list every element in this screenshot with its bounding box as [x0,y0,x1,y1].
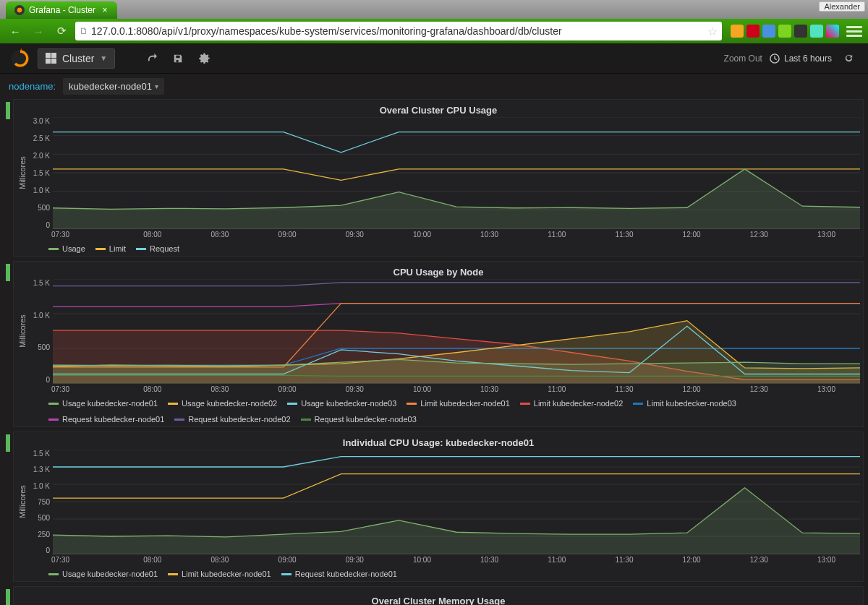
legend-item[interactable]: Limit [95,244,126,253]
x-axis-ticks: 07:3008:0008:3009:0009:3010:0010:3011:00… [51,554,860,567]
ext-icon-6[interactable] [810,25,823,38]
legend-item[interactable]: Limit kubedecker-node02 [520,399,624,408]
reload-button[interactable]: ⟳ [52,22,71,40]
legend-label: Limit kubedecker-node02 [534,399,624,408]
legend-label: Limit kubedecker-node03 [647,399,736,408]
y-axis-ticks: 1.5 K1.3 K1.0 K7505002500 [28,450,53,554]
legend: Usage kubedecker-node01Usage kubedecker-… [17,396,860,425]
legend-label: Request kubedecker-node01 [295,570,397,578]
panel-cpu-overall: Overal Cluster CPU Usage Millicores 3.0 … [13,99,864,257]
url-bar[interactable]: 🗋 ☆ [75,22,722,40]
ext-icon-7[interactable] [826,25,839,38]
y-axis-label: Millicores [17,279,28,384]
clock-icon [770,53,780,64]
grafana-logo-icon[interactable] [10,48,30,69]
chart-area[interactable]: Millicores 1.5 K1.0 K5000 [17,279,860,384]
y-axis-label: Millicores [17,117,28,229]
legend-item[interactable]: Request kubedecker-node02 [174,415,290,424]
legend-swatch [174,419,184,421]
legend-label: Usage kubedecker-node01 [62,399,158,408]
legend-swatch [48,403,59,405]
row-handle[interactable] [6,102,10,119]
browser-tab[interactable]: Grafana - Cluster × [6,1,117,19]
legend-item[interactable]: Request [136,244,179,253]
panel-memory-overall: Overal Cluster Memory Usage [13,586,864,605]
browser-chrome: Grafana - Cluster × Alexander ← → ⟳ 🗋 ☆ [0,0,868,43]
panel-cpu-by-node: CPU Usage by Node Millicores 1.5 K1.0 K5… [13,261,864,427]
legend-item[interactable]: Request kubedecker-node03 [301,415,417,424]
chart-area[interactable]: Millicores 1.5 K1.3 K1.0 K7505002500 [17,450,860,554]
back-button[interactable]: ← [6,22,25,40]
legend-item[interactable]: Usage kubedecker-node02 [168,399,277,408]
dashboard-name: Cluster [62,53,94,64]
legend-swatch [633,403,643,405]
legend-item[interactable]: Limit kubedecker-node01 [168,570,271,578]
legend-swatch [287,403,297,405]
legend-label: Usage kubedecker-node03 [301,399,396,408]
time-range-picker[interactable]: Last 6 hours [770,53,832,64]
ext-icon-2[interactable] [746,25,760,38]
legend-swatch [48,573,59,575]
legend-swatch [168,403,178,405]
row-handle[interactable] [6,589,10,605]
legend-item[interactable]: Usage kubedecker-node01 [48,399,158,408]
template-var-row: nodename: kubedecker-node01 ▾ [0,74,868,99]
panel-title[interactable]: Overal Cluster CPU Usage [17,103,860,117]
forward-button[interactable]: → [29,22,48,40]
row-handle[interactable] [6,434,10,452]
svg-marker-9 [53,169,860,228]
legend-swatch [48,419,59,421]
tab-close-icon[interactable]: × [100,5,110,15]
legend-swatch [95,248,106,250]
legend: UsageLimitRequest [17,241,860,254]
ext-icon-1[interactable] [731,25,744,38]
refresh-button[interactable] [839,49,858,68]
panel-title[interactable]: Overal Cluster Memory Usage [17,590,860,605]
legend-swatch [301,419,311,421]
panel-title[interactable]: Individual CPU Usage: kubedecker-node01 [17,435,860,450]
plot[interactable] [53,117,860,229]
plot[interactable] [53,450,860,554]
chart-area[interactable]: Millicores 3.0 K2.5 K2.0 K1.5 K1.0 K5000 [17,117,860,229]
legend-item[interactable]: Limit kubedecker-node03 [633,399,736,408]
save-button[interactable] [169,49,187,68]
extension-icons [731,25,839,38]
svg-marker-24 [53,488,860,554]
legend-label: Request kubedecker-node03 [315,415,417,424]
legend-item[interactable]: Usage [48,244,85,253]
bookmark-icon[interactable]: ☆ [707,25,718,38]
ext-icon-5[interactable] [794,25,807,38]
url-input[interactable] [91,25,705,37]
settings-button[interactable] [195,49,213,68]
legend-item[interactable]: Request kubedecker-node01 [48,415,164,424]
dashboard-body: Overal Cluster CPU Usage Millicores 3.0 … [0,99,868,605]
legend-item[interactable]: Limit kubedecker-node01 [407,399,510,408]
legend-label: Request [150,244,179,253]
favicon [14,5,25,15]
x-axis-ticks: 07:3008:0008:3009:0009:3010:0010:3011:00… [51,229,860,241]
legend-item[interactable]: Request kubedecker-node01 [281,570,397,578]
x-axis-ticks: 07:3008:0008:3009:0009:3010:0010:3011:00… [51,384,860,396]
template-var-selector[interactable]: kubedecker-node01 ▾ [63,78,164,95]
row-handle[interactable] [6,264,10,281]
grafana-header: Cluster ▼ Zoom Out Last 6 hours [0,43,868,74]
legend: Usage kubedecker-node01Limit kubedecker-… [17,567,860,580]
legend-swatch [520,403,530,405]
dashboard-picker[interactable]: Cluster ▼ [38,48,115,69]
plot[interactable] [53,279,860,384]
legend-item[interactable]: Usage kubedecker-node03 [287,399,396,408]
legend-swatch [407,403,417,405]
browser-user-badge[interactable]: Alexander [819,1,865,12]
ext-icon-3[interactable] [762,25,775,38]
legend-item[interactable]: Usage kubedecker-node01 [48,570,158,578]
ext-icon-4[interactable] [778,25,791,38]
legend-label: Usage kubedecker-node02 [182,399,277,408]
legend-swatch [136,248,146,250]
zoom-out-button[interactable]: Zoom Out [724,53,762,64]
y-axis-label: Millicores [17,450,28,554]
share-button[interactable] [142,49,161,68]
panel-title[interactable]: CPU Usage by Node [17,265,860,279]
tab-title: Grafana - Cluster [29,5,95,15]
legend-swatch [281,573,292,575]
browser-menu-button[interactable] [846,26,862,37]
